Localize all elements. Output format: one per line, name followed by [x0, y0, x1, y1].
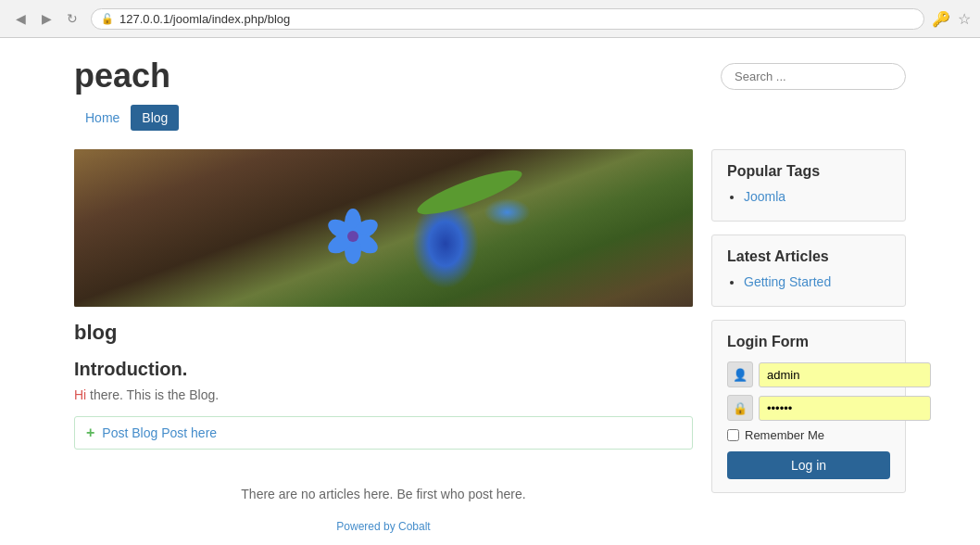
- username-field-row: 👤: [727, 361, 890, 387]
- lock-icon: 🔓: [101, 13, 114, 25]
- lock-icon: 🔒: [727, 395, 753, 421]
- browser-actions: 🔑 ☆: [932, 10, 971, 28]
- remember-me-checkbox[interactable]: [727, 429, 739, 441]
- key-icon: 🔑: [932, 10, 950, 28]
- page-wrapper: peach Home Blog: [0, 38, 980, 545]
- forward-button[interactable]: ▶: [35, 7, 57, 30]
- username-input[interactable]: [759, 362, 931, 387]
- star-icon[interactable]: ☆: [958, 10, 971, 28]
- nav-home[interactable]: Home: [74, 105, 131, 131]
- latest-articles-panel: Latest Articles Getting Started: [711, 234, 906, 307]
- user-icon: 👤: [727, 361, 753, 387]
- site-title: peach: [74, 57, 170, 95]
- browser-chrome: ◀ ▶ ↻ 🔓 127.0.0.1/joomla/index.php/blog …: [0, 0, 980, 38]
- search-input[interactable]: [721, 63, 906, 90]
- sidebar: Popular Tags Joomla Latest Articles Gett…: [711, 149, 906, 533]
- refresh-button[interactable]: ↻: [61, 7, 83, 30]
- no-articles: There are no articles here. Be first who…: [74, 468, 693, 520]
- leaf-decoration: [414, 162, 526, 222]
- login-panel: Login Form 👤 🔒 Remember Me Log in: [711, 320, 906, 493]
- flower-decoration: [325, 209, 381, 264]
- intro-text: Hi there. This is the Blog.: [74, 387, 693, 402]
- remember-me-label: Remember Me: [745, 428, 824, 442]
- section-title: Introduction.: [74, 359, 693, 380]
- petal-wrap: [325, 209, 381, 264]
- url-text: 127.0.0.1/joomla/index.php/blog: [119, 12, 290, 26]
- blog-title: blog: [74, 321, 693, 345]
- login-title: Login Form: [727, 334, 890, 350]
- article-getting-started-link[interactable]: Getting Started: [744, 274, 831, 289]
- post-blog-link[interactable]: Post Blog Post here: [102, 425, 217, 440]
- hero-image-inner: [74, 149, 693, 307]
- flower-center: [347, 231, 358, 242]
- latest-articles-list: Getting Started: [727, 274, 890, 289]
- list-item: Joomla: [744, 189, 890, 204]
- popular-tags-list: Joomla: [727, 189, 890, 204]
- powered-by: Powered by Cobalt: [74, 520, 693, 533]
- password-field-row: 🔒: [727, 395, 890, 421]
- intro-hi: Hi: [74, 387, 86, 402]
- main-nav: Home Blog: [0, 105, 980, 140]
- tag-joomla-link[interactable]: Joomla: [744, 189, 785, 204]
- intro-rest: there. This is the Blog.: [86, 387, 219, 402]
- address-bar[interactable]: 🔓 127.0.0.1/joomla/index.php/blog: [91, 8, 924, 30]
- login-button[interactable]: Log in: [727, 451, 890, 479]
- content-area: blog Introduction. Hi there. This is the…: [0, 140, 980, 545]
- popular-tags-title: Popular Tags: [727, 163, 890, 180]
- browser-nav-buttons: ◀ ▶ ↻: [9, 7, 83, 30]
- password-input[interactable]: [759, 396, 931, 421]
- post-blog-box: + Post Blog Post here: [74, 416, 693, 450]
- hero-image: [74, 149, 693, 307]
- nav-blog[interactable]: Blog: [131, 105, 179, 131]
- popular-tags-panel: Popular Tags Joomla: [711, 149, 906, 222]
- header: peach: [0, 38, 980, 105]
- remember-me-row: Remember Me: [727, 428, 890, 442]
- latest-articles-title: Latest Articles: [727, 248, 890, 265]
- plus-icon: +: [86, 425, 94, 441]
- back-button[interactable]: ◀: [9, 7, 31, 30]
- main-content: blog Introduction. Hi there. This is the…: [74, 149, 693, 533]
- list-item: Getting Started: [744, 274, 890, 289]
- powered-by-link[interactable]: Powered by Cobalt: [336, 520, 430, 533]
